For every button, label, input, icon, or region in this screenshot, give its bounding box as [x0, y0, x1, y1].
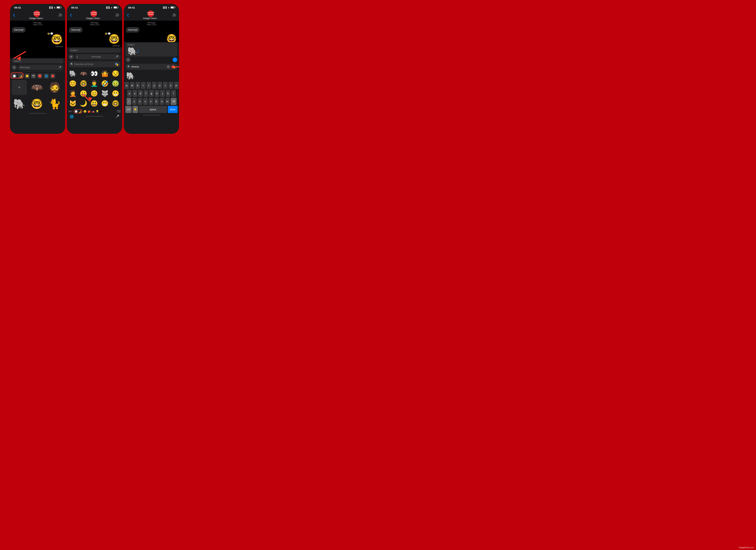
apple-emoji-tab[interactable]: 🍎 [88, 110, 91, 113]
sticker-cat[interactable]: 🐈 [47, 96, 62, 112]
photo-tab-1[interactable]: 📸 [31, 73, 36, 78]
genmoji-steampunk-elephant[interactable]: 🐘 [126, 71, 135, 81]
smiley-tab-1[interactable]: 🙂 [25, 73, 30, 78]
emoji-eyes[interactable]: 👀 [89, 69, 99, 78]
key-b[interactable]: b [154, 98, 159, 105]
genmoji-search-3[interactable]: 🔍 steamp ✕ 🎭 [126, 64, 177, 70]
emoji-bat-devil[interactable]: 🦇 [79, 69, 88, 78]
emoji-face1[interactable]: 👨‍🦱 [89, 79, 99, 88]
key-shift[interactable]: ⇧ [127, 98, 131, 105]
sticker-nerd[interactable]: 🤓 [29, 96, 44, 112]
key-delete[interactable]: ⌫ [171, 98, 177, 105]
fire-tab-1[interactable]: 🔴 [37, 73, 42, 78]
emoji-nerd-2[interactable]: 🤓 [79, 79, 88, 88]
send-button-3[interactable]: ↑ [173, 57, 177, 62]
key-a[interactable]: a [127, 90, 132, 97]
emoji-person-shrug[interactable]: 🤷 [100, 69, 110, 78]
key-l[interactable]: l [171, 90, 176, 97]
plus-button-1[interactable]: + [12, 65, 17, 70]
emoji-crescent[interactable]: 🌙 [79, 99, 88, 108]
car-emoji-tab[interactable]: 🚗 [92, 110, 95, 113]
key-r[interactable]: r [141, 82, 146, 89]
delivered-1: Delivered [56, 46, 63, 48]
key-p[interactable]: p [174, 82, 179, 89]
key-q[interactable]: q [124, 82, 129, 89]
key-j[interactable]: j [160, 90, 165, 97]
clear-search-btn[interactable]: ✕ [167, 65, 170, 68]
key-m[interactable]: m [165, 98, 170, 105]
video-button-1[interactable]: 🎥 [58, 13, 62, 17]
mic-icon-2[interactable]: 🎤 [115, 55, 118, 58]
key-123[interactable]: 123 [125, 106, 132, 113]
key-f[interactable]: f [144, 90, 148, 97]
key-d[interactable]: d [138, 90, 143, 97]
subject-field-3[interactable]: Subject 🐘 [126, 43, 177, 57]
delete-key-2[interactable]: ⌫ [117, 110, 121, 113]
key-g[interactable]: g [149, 90, 154, 97]
sticker-face[interactable]: 🧔 [47, 80, 62, 95]
plus-button-2[interactable]: + [69, 54, 74, 59]
emoji-smiling-sw[interactable]: 😊 [89, 89, 99, 98]
key-z[interactable]: z [132, 98, 137, 105]
video-button-3[interactable]: 🎥 [172, 13, 176, 17]
key-v[interactable]: v [149, 98, 153, 105]
subject-field-2[interactable]: Subject [69, 48, 120, 53]
key-w[interactable]: w [130, 82, 135, 89]
clock-emoji-tab[interactable]: 🕐 [75, 110, 78, 113]
emoji-cat-black[interactable]: 🐱 [68, 99, 78, 108]
emoji-happy2[interactable]: 😃 [89, 99, 99, 108]
flag-emoji-tab[interactable]: 🏳 [102, 110, 105, 113]
emoji-smile[interactable]: 😊 [68, 79, 78, 88]
emoji-nerd3[interactable]: 🤓 [111, 99, 120, 108]
key-n[interactable]: n [160, 98, 164, 105]
key-x[interactable]: x [138, 98, 142, 105]
search-icon-3: 🔍 [127, 65, 130, 68]
emoji-grinning[interactable]: 😀 [79, 89, 88, 98]
key-u[interactable]: u [157, 82, 162, 89]
key-c[interactable]: c [143, 98, 148, 105]
abc-btn-2[interactable]: ABC [68, 110, 72, 112]
emoji-wolf-blue[interactable]: 🐺 [100, 89, 110, 98]
recent-tab-1[interactable]: 🕐 [12, 73, 17, 78]
moon-emoji-tab[interactable]: 🌙 [78, 110, 81, 113]
key-emoji[interactable]: 😊 [133, 106, 138, 113]
emoji-laughcry[interactable]: 🤣 [100, 79, 110, 88]
back-button-2[interactable]: ❮ [70, 13, 72, 17]
emoji-search-bar-2[interactable]: 🔍 Describe an Emoji 🎭 [69, 61, 120, 67]
key-t[interactable]: t [146, 82, 151, 89]
key-h[interactable]: h [155, 90, 159, 97]
key-k[interactable]: k [166, 90, 170, 97]
add-sticker-btn[interactable]: + [12, 80, 27, 95]
emoji-happy3[interactable]: 😁 [100, 99, 110, 108]
heart-emoji-tab[interactable]: ♥ [100, 110, 101, 113]
mic-icon-1[interactable]: 🎤 [58, 66, 61, 69]
video-button-2[interactable]: 🎥 [115, 13, 119, 17]
emoji-facepalm[interactable]: 🤦 [68, 89, 78, 98]
bulb-emoji-tab[interactable]: 💡 [96, 110, 99, 113]
emoji-elephant[interactable]: 🐘 [68, 69, 78, 78]
key-s[interactable]: s [133, 90, 137, 97]
message-input-1[interactable]: iMessage 🎤 [18, 65, 63, 70]
sticker-bat[interactable]: 🦇 [29, 80, 44, 95]
key-i[interactable]: i [163, 82, 168, 89]
globe-icon-2[interactable]: 🌐 [70, 115, 74, 119]
key-o[interactable]: o [169, 82, 173, 89]
mic-icon-kb-2[interactable]: 🎤 [115, 115, 119, 119]
plus-button-3[interactable]: + [126, 57, 131, 62]
emoji-frown[interactable]: 😒 [111, 69, 120, 78]
message-input-2[interactable]: | Message 🎤 [75, 54, 120, 59]
emoji-green-face[interactable]: 🤢 [111, 79, 120, 88]
back-button-3[interactable]: ❮ [127, 13, 129, 17]
globe-tab-1[interactable]: 🌐 [44, 73, 49, 78]
smiley-emoji-tab[interactable]: 🙂 [83, 110, 86, 113]
key-done[interactable]: done [168, 106, 178, 113]
key-e[interactable]: e [135, 82, 140, 89]
subject-field-1[interactable]: Subject [12, 59, 63, 63]
emoji-grimace[interactable]: 😬 [111, 89, 120, 98]
key-space[interactable]: space [139, 106, 167, 113]
back-button-1[interactable]: ❮ [13, 13, 15, 17]
moon-tab-1[interactable]: 🌙 [18, 73, 23, 78]
sticker-elephant[interactable]: 🐘 [12, 96, 27, 112]
key-y[interactable]: y [152, 82, 157, 89]
reddit-tab-1[interactable]: 🔴 [50, 73, 55, 78]
